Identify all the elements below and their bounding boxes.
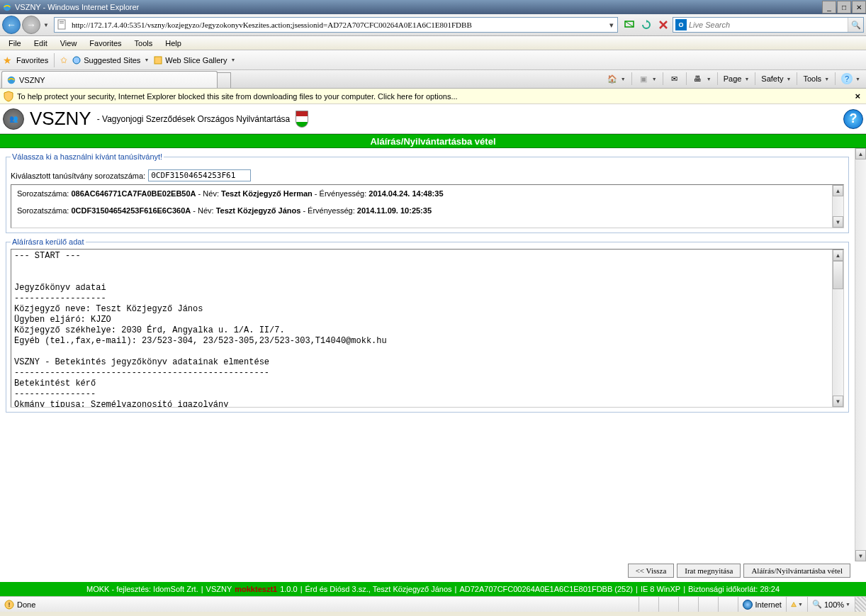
cert-listbox[interactable]: Sorozatszáma: 086AC646771CA7FA0BE02EB50A… [11,184,844,228]
footer-app: VSZNY [206,585,232,593]
listbox-scrollbar[interactable]: ▲ ▼ [832,185,843,228]
read-mail-button[interactable]: ✉ [666,71,683,86]
app-subtitle: - Vagyonjogi Szerződések Országos Nyilvá… [97,114,291,124]
status-bar: ! Done Internet ▼ 🔍 100% ▼ [0,596,866,612]
svg-rect-2 [60,21,64,22]
add-fav-icon[interactable]: ✩ [60,55,67,65]
action-buttons: << Vissza Irat megnyitása Aláírás/Nyilvá… [628,564,850,578]
web-slice-link[interactable]: Web Slice Gallery ▼ [153,55,235,65]
menu-help[interactable]: Help [159,38,187,49]
home-button[interactable]: 🏠▼ [604,71,629,86]
cert-row[interactable]: Sorozatszáma: 0CDF31504654253F616E6C360A… [11,202,843,219]
scroll-up-button[interactable]: ▲ [833,250,843,261]
help-icon: ? [841,73,853,84]
cert-serial-input[interactable] [148,169,251,181]
mail-icon: ✉ [669,73,680,84]
suggested-sites-link[interactable]: Suggested Sites ▼ [72,55,149,65]
alert-icon: ! [4,600,14,610]
address-bar[interactable]: ▾ [54,17,618,33]
footer-dev: MOKK - fejlesztés: IdomSoft Zrt. [86,585,198,593]
favorites-label[interactable]: Favorites [16,56,48,65]
menu-tools[interactable]: Tools [129,38,159,49]
footer-timeout: Biztonsági időkorlát: 28:24 [688,585,780,593]
new-tab-button[interactable] [217,72,231,88]
menu-favorites[interactable]: Favorites [84,38,127,49]
signature-data-legend: Aláírásra kerülő adat [11,237,86,246]
url-input[interactable] [70,19,606,30]
status-pane [639,597,658,612]
textarea-scrollbar[interactable]: ▲ ▼ [832,250,843,407]
app-logo-icon: 👥 [3,108,24,130]
scroll-down-button[interactable]: ▼ [833,396,843,407]
status-pane [658,597,678,612]
window-title: VSZNY - Windows Internet Explorer [15,3,821,11]
open-document-button[interactable]: Irat megnyitása [677,564,741,578]
status-text: Done [17,600,35,609]
scroll-up-button[interactable]: ▲ [855,148,866,159]
search-box[interactable]: O 🔍 [673,17,864,33]
app-help-button[interactable]: ? [843,109,863,129]
ie-icon [2,2,12,12]
caution-icon [791,600,797,609]
help-button[interactable]: ?▼ [838,71,863,86]
infobar-close-button[interactable]: × [852,91,863,101]
favorites-star-icon[interactable]: ★ [3,55,12,66]
compat-view-button[interactable] [622,17,637,33]
signature-data-fieldset: Aláírásra kerülő adat --- START --- Jegy… [6,237,849,413]
scrollbar-thumb[interactable] [833,261,843,289]
minimize-button[interactable]: _ [822,1,836,13]
refresh-button[interactable] [639,17,654,33]
scroll-down-button[interactable]: ▼ [855,550,866,561]
zoom-icon: 🔍 [812,600,822,609]
menu-edit[interactable]: Edit [28,38,53,49]
close-window-button[interactable]: ✕ [852,1,866,13]
zoom-value: 100% [824,600,844,609]
favorites-bar: ★ Favorites ✩ Suggested Sites ▼ Web Slic… [0,50,866,70]
protected-mode-pane[interactable]: ▼ [786,597,807,612]
menu-file[interactable]: File [3,38,27,49]
page-menu[interactable]: Page▼ [721,71,753,86]
signature-textarea[interactable]: --- START --- Jegyzőkönyv adatai -------… [11,249,844,408]
signature-text: --- START --- Jegyzőkönyv adatai -------… [11,250,843,408]
web-slice-label: Web Slice Gallery [165,56,227,65]
back-button[interactable]: ← [2,16,21,34]
forward-button[interactable]: → [22,16,40,34]
footer-env: mokkteszt1 [235,585,277,593]
zoom-pane[interactable]: 🔍 100% ▼ [807,597,855,612]
footer-session: AD72A707CFC00264A0E1A6C1E801FDBB (252) [459,585,633,593]
certificate-legend: Válassza ki a használni kívánt tanúsítvá… [11,152,164,161]
security-infobar[interactable]: To help protect your security, Internet … [0,89,866,104]
maximize-button[interactable]: □ [837,1,851,13]
certificate-fieldset: Válassza ki a használni kívánt tanúsítvá… [6,152,849,233]
security-zone-pane[interactable]: Internet [738,597,785,612]
rss-icon: ▣ [638,73,649,84]
footer-ver: 1.0.0 [280,585,297,593]
sign-register-button[interactable]: Aláírás/Nyilvántartásba vétel [743,564,850,578]
scroll-down-button[interactable]: ▼ [833,216,843,228]
cert-row[interactable]: Sorozatszáma: 086AC646771CA7FA0BE02EB50A… [11,185,843,202]
search-input[interactable] [689,21,848,29]
tab-vszny[interactable]: VSZNY [1,71,218,88]
globe-icon [743,600,753,610]
back-form-button[interactable]: << Vissza [628,564,675,578]
safety-menu[interactable]: Safety▼ [758,71,794,86]
history-dropdown[interactable]: ▼ [42,16,50,34]
print-icon: 🖶 [692,73,704,84]
form-body: Válassza ki a használni kívánt tanúsítvá… [0,148,855,421]
status-pane [698,597,718,612]
scroll-up-button[interactable]: ▲ [833,185,843,196]
page-scrollbar[interactable]: ▲ ▼ [855,148,866,561]
svg-rect-3 [60,23,64,23]
menu-view[interactable]: View [55,38,83,49]
stop-button[interactable] [656,17,671,33]
url-dropdown[interactable]: ▾ [606,21,617,30]
chevron-down-icon: ▼ [144,57,149,62]
slice-icon [153,55,163,65]
search-button[interactable]: 🔍 [848,18,863,32]
resize-grip[interactable] [855,597,866,612]
page-icon [57,19,68,30]
tools-menu[interactable]: Tools▼ [800,71,832,86]
print-button[interactable]: 🖶▼ [690,71,714,86]
feeds-button[interactable]: ▣▼ [635,71,660,86]
hungary-crest-icon [296,111,308,128]
